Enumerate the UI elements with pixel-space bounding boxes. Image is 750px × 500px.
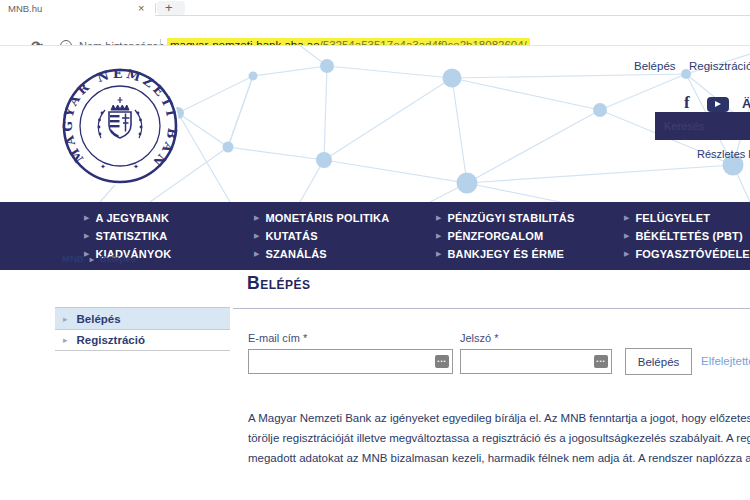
nav-arrow-icon: ▶: [254, 250, 259, 258]
info-paragraph: A Magyar Nemzeti Bank az igényeket egyed…: [248, 408, 750, 468]
svg-text:✦: ✦: [133, 163, 139, 170]
nav-item-kutatas[interactable]: ▶KUTATÁS: [254, 227, 436, 245]
autofill-icon[interactable]: •••: [594, 355, 608, 368]
new-tab-icon[interactable]: +: [165, 0, 173, 15]
nav-item-penzforgalom[interactable]: ▶PÉNZFORGALOM: [436, 227, 624, 245]
nav-item-monetaris-politika[interactable]: ▶MONETÁRIS POLITIKA: [254, 209, 436, 227]
nav-item-jegybank[interactable]: ▶A JEGYBANK: [84, 209, 254, 227]
sidebar: ▸ Belépés ▸ Regisztráció: [55, 307, 230, 351]
nav-arrow-icon: ▶: [254, 214, 259, 222]
breadcrumb: MNB▸Belépés: [62, 253, 136, 264]
screenshot-root: MNB.hu × + → ⟳ i Nem biztonságos magyar-…: [0, 0, 750, 500]
nav-item-penzugyi-stabilitas[interactable]: ▶PÉNZÜGYI STABILITÁS: [436, 209, 624, 227]
chevron-right-icon: ▸: [63, 314, 68, 324]
detailed-search-link[interactable]: Részletes kereső: [697, 148, 750, 160]
forgot-password-link[interactable]: Elfelejtette jelszavát?: [701, 355, 750, 367]
nav-item-szanalas[interactable]: ▶SZANÁLÁS: [254, 245, 436, 263]
svg-text:✦: ✦: [100, 163, 106, 170]
nav-arrow-icon: ▶: [84, 214, 89, 222]
login-submit-button[interactable]: Belépés: [625, 348, 692, 375]
title-divider: [233, 308, 750, 309]
nav-item-statisztika[interactable]: ▶STATISZTIKA: [84, 227, 254, 245]
password-field[interactable]: [460, 349, 612, 374]
tab-close-icon[interactable]: ×: [138, 2, 144, 14]
nav-arrow-icon: ▶: [436, 232, 441, 240]
breadcrumb-home-link[interactable]: MNB: [62, 253, 84, 264]
chevron-right-icon: ▸: [63, 335, 68, 345]
nav-arrow-icon: ▶: [436, 214, 441, 222]
site-header: MAGYAR NEMZETI BANK ✦ ✦ Belépés: [0, 46, 750, 202]
browser-toolbar: → ⟳ i Nem biztonságos magyar-nemzeti-ban…: [0, 16, 750, 45]
page-title: Belépés: [247, 273, 311, 294]
nav-item-bekeltetes[interactable]: ▶BÉKÉLTETÉS (PBT): [624, 227, 750, 245]
search-input[interactable]: [655, 112, 750, 140]
password-field-label: Jelszó *: [460, 332, 499, 344]
nav-arrow-icon: ▶: [436, 250, 441, 258]
nav-arrow-icon: ▶: [624, 250, 629, 258]
info-paragraph-line: törölje regisztrációját illetve megválto…: [248, 428, 750, 448]
youtube-play-glyph: [715, 101, 721, 107]
browser-tab[interactable]: MNB.hu ×: [0, 0, 155, 16]
nav-arrow-icon: ▶: [624, 214, 629, 222]
breadcrumb-current: Belépés: [100, 253, 136, 264]
nav-item-felugyelet[interactable]: ▶FELÜGYELET: [624, 209, 750, 227]
nav-item-bankjegy-es-erme[interactable]: ▶BANKJEGY ÉS ÉRME: [436, 245, 624, 263]
nav-arrow-icon: ▶: [624, 232, 629, 240]
nav-arrow-icon: ▶: [254, 232, 259, 240]
info-paragraph-line: A Magyar Nemzeti Bank az igényeket egyed…: [248, 408, 750, 428]
tab-separator: [155, 3, 156, 13]
header-register-link[interactable]: Regisztráció: [689, 60, 750, 72]
nav-arrow-icon: ▶: [84, 232, 89, 240]
breadcrumb-separator-icon: ▸: [90, 255, 94, 264]
social-icon-partial[interactable]: Ä: [742, 96, 750, 111]
nav-item-fogyasztovedelem[interactable]: ▶FOGYASZTÓVÉDELEM: [624, 245, 750, 263]
browser-tab-strip: MNB.hu × +: [0, 0, 750, 16]
autofill-icon[interactable]: •••: [435, 355, 449, 368]
sidebar-item-regisztracio[interactable]: ▸ Regisztráció: [55, 329, 230, 351]
email-field-label: E-mail cím *: [248, 332, 307, 344]
tab-title: MNB.hu: [8, 3, 42, 14]
facebook-icon[interactable]: f: [684, 93, 690, 113]
mnb-logo-seal[interactable]: MAGYAR NEMZETI BANK ✦ ✦: [60, 66, 180, 186]
header-login-link[interactable]: Belépés: [634, 60, 676, 72]
info-paragraph-line: megadott adatokat az MNB bizalmasan keze…: [248, 448, 750, 468]
email-field[interactable]: [248, 349, 453, 374]
youtube-icon[interactable]: [707, 97, 729, 112]
sidebar-item-belepes[interactable]: ▸ Belépés: [55, 307, 230, 329]
